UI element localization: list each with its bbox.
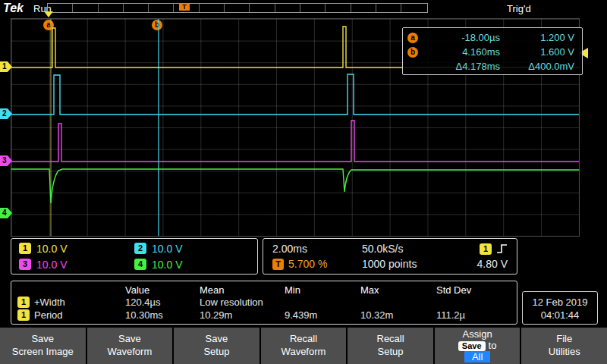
menu-recall-waveform-line1: Recall [261,332,347,345]
ch2-waveform [11,74,579,115]
date-display: 12 Feb 2019 [523,296,597,309]
menu-save-setup-line2: Setup [174,345,259,358]
measurement-panel: Value Mean Min Max Std Dev 1 +Width 120.… [11,281,517,325]
meas-row1-mean: Low resolution [200,297,285,308]
menu-assign-line3: All [435,351,521,362]
menu-assign-save-to[interactable]: Assign Saveto All [435,328,521,364]
cursor-b-time: 4.160ms [423,46,500,58]
time-per-div: 2.00ms [272,243,362,255]
meas-row1-source-badge: 1 [17,297,30,308]
menu-save-screen-image-line2: Screen Image [0,345,86,358]
ch1-scale-readout[interactable]: 1 10.0 V [19,240,134,256]
ch2-scale-readout[interactable]: 2 10.0 V [134,240,250,256]
menu-assign-line1: Assign [435,328,521,340]
cursor-readout-panel: a -18.00µs 1.200 V b 4.160ms 1.600 V Δ4.… [402,27,583,75]
trigger-status: Trig'd [507,3,531,14]
meas-row2-mean: 10.29m [200,309,285,321]
menu-save-screen-image-line1: Save [0,332,86,345]
trigger-position-marker[interactable]: T [179,4,190,11]
sample-rate: 50.0kS/s [362,243,462,255]
menu-recall-waveform-line2: Waveform [261,345,347,358]
save-key-badge: Save [458,341,486,351]
meas-header-mean: Mean [200,284,285,296]
cursor-a-readout-badge: a [407,33,418,43]
channel-scale-panel: 1 10.0 V 2 10.0 V 3 10.0 V 4 10.0 V [11,238,258,275]
cursor-a-volt: 1.200 V [500,32,574,43]
meas-row2-value: 10.30ms [125,309,200,321]
meas-row1-value: 120.4µs [125,297,200,308]
ch4-waveform [11,169,579,203]
ch4-badge: 4 [134,259,146,270]
meas-header-stddev: Std Dev [436,284,511,296]
tek-logo: Tek [3,2,24,15]
trigger-source-readout: 1 [480,243,508,255]
menu-assign-line2: Saveto [435,340,521,351]
time-display: 04:01:44 [523,309,597,322]
trigger-source-badge: 1 [480,243,492,255]
menu-save-waveform-line1: Save [87,332,173,345]
ch2-badge: 2 [134,243,146,254]
ch4-scale-value: 10.0 V [152,259,182,271]
rising-edge-icon [496,243,508,254]
trigger-position-readout: T 5.700 % [272,258,362,270]
menu-save-waveform[interactable]: Save Waveform [87,328,173,364]
meas-row2-name: Period [34,309,63,321]
menu-recall-setup[interactable]: Recall Setup [348,328,433,364]
meas-row2-min: 9.439m [285,309,360,321]
meas-row2-label: 1 Period [17,309,125,321]
clock-panel: 12 Feb 2019 04:01:44 [522,291,598,325]
meas-header-value: Value [125,284,200,296]
ch2-scale-value: 10.0 V [152,243,182,255]
menu-save-screen-image[interactable]: Save Screen Image [0,328,86,364]
meas-row2-stddev: 111.2µ [436,309,511,321]
cursor-b-volt: 1.600 V [500,46,574,58]
meas-row1-name: +Width [34,297,65,308]
horizontal-trigger-panel: 2.00ms 50.0kS/s 1 T 5.700 % 1000 points … [263,238,517,275]
cursor-delta-volt: Δ400.0mV [500,61,574,72]
record-length: 1000 points [362,258,462,270]
cursor-a-time: -18.00µs [423,32,500,43]
ch1-scale-value: 10.0 V [36,243,67,255]
menu-file-utilities-line2: Utilities [521,345,607,358]
menu-recall-waveform[interactable]: Recall Waveform [261,328,347,364]
menu-save-setup[interactable]: Save Setup [174,328,259,364]
menu-save-setup-line1: Save [174,332,259,345]
trigger-level-value: 4.80 V [477,258,508,270]
meas-header-min: Min [285,284,360,296]
ch1-badge: 1 [19,243,31,254]
acquisition-preview-bar[interactable]: T [47,3,428,13]
cursor-a-position-arrow[interactable] [44,11,53,17]
menu-file-utilities[interactable]: File Utilities [521,328,607,364]
meas-row2-source-badge: 1 [17,309,30,321]
trigger-t-badge: T [272,259,284,270]
menu-recall-setup-line2: Setup [348,345,433,358]
assign-target-all-badge: All [464,351,490,362]
menu-assign-to-label: to [489,340,497,351]
cursor-delta-time: Δ4.178ms [423,61,500,72]
meas-row2-max: 10.32m [360,309,436,321]
ch3-badge: 3 [19,259,31,270]
trigger-position-value: 5.700 % [288,258,327,270]
menu-recall-setup-line1: Recall [348,332,433,345]
ch3-scale-readout[interactable]: 3 10.0 V [19,256,134,272]
ch3-scale-value: 10.0 V [36,259,67,271]
meas-header-max: Max [360,284,436,296]
meas-row1-label: 1 +Width [17,297,125,308]
softkey-menu: Save Screen Image Save Waveform Save Set… [0,328,607,364]
menu-save-waveform-line2: Waveform [87,345,173,358]
ch4-scale-readout[interactable]: 4 10.0 V [134,256,250,272]
cursor-b-readout-badge: b [407,47,418,58]
menu-file-utilities-line1: File [521,332,607,345]
ch3-waveform [11,121,579,162]
